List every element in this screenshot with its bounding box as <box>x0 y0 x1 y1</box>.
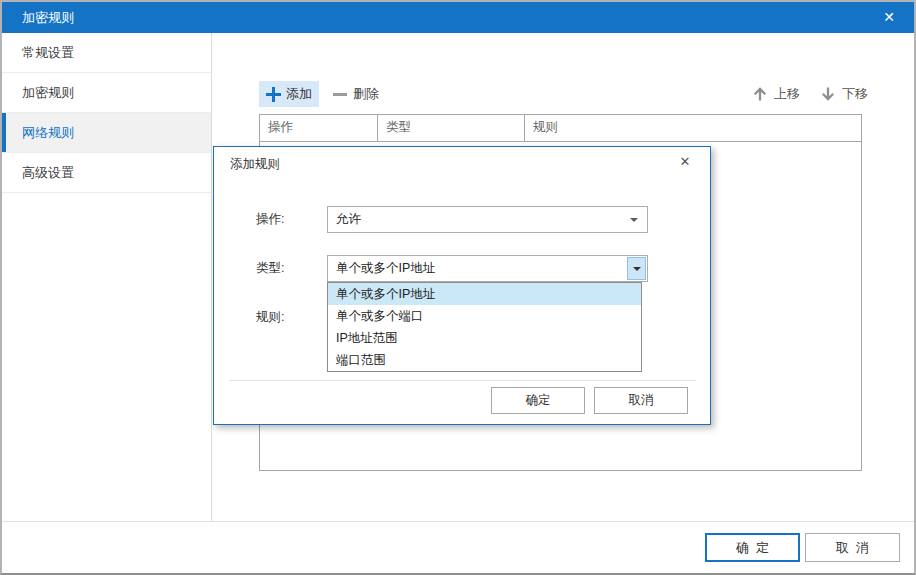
dialog-ok-button[interactable]: 确定 <box>491 387 585 414</box>
move-buttons: 上移 下移 <box>752 81 868 107</box>
dialog-separator <box>229 380 696 381</box>
sidebar-item-general-settings[interactable]: 常规设置 <box>2 33 211 73</box>
column-header-rule: 规则 <box>525 115 861 141</box>
sidebar-item-label: 常规设置 <box>22 45 74 60</box>
rule-label: 规则: <box>256 304 284 331</box>
encryption-rules-window: 加密规则 ✕ 常规设置 加密规则 网络规则 高级设置 添加 删除 <box>0 0 916 575</box>
dropdown-button[interactable] <box>627 257 646 280</box>
operation-select[interactable]: 允许 <box>327 206 648 233</box>
sidebar-item-label: 网络规则 <box>22 125 74 140</box>
table-header-row: 操作 类型 规则 <box>260 115 861 142</box>
dialog-close-icon[interactable]: ✕ <box>672 150 698 174</box>
title-bar: 加密规则 ✕ <box>2 2 914 33</box>
column-header-operation: 操作 <box>260 115 378 141</box>
type-value: 单个或多个IP地址 <box>328 256 647 281</box>
type-dropdown-list: 单个或多个IP地址 单个或多个端口 IP地址范围 端口范围 <box>327 282 642 372</box>
dropdown-option-ports[interactable]: 单个或多个端口 <box>328 305 641 327</box>
ok-button[interactable]: 确定 <box>705 533 800 562</box>
sidebar-item-network-rules[interactable]: 网络规则 <box>2 113 211 153</box>
dropdown-option-port-range[interactable]: 端口范围 <box>328 349 641 371</box>
move-up-button[interactable]: 上移 <box>752 85 800 103</box>
cancel-button[interactable]: 取消 <box>805 533 900 562</box>
add-button-label: 添加 <box>286 85 312 103</box>
sidebar-item-encryption-rules[interactable]: 加密规则 <box>2 73 211 113</box>
operation-label: 操作: <box>256 206 284 233</box>
sidebar: 常规设置 加密规则 网络规则 高级设置 <box>2 33 212 522</box>
move-down-label: 下移 <box>842 85 868 103</box>
type-label: 类型: <box>256 255 284 282</box>
chevron-down-icon <box>630 218 638 222</box>
dialog-title: 添加规则 <box>230 156 280 173</box>
footer-separator <box>2 521 914 522</box>
sidebar-item-label: 加密规则 <box>22 85 74 100</box>
sidebar-item-advanced-settings[interactable]: 高级设置 <box>2 153 211 193</box>
dropdown-option-ip-addresses[interactable]: 单个或多个IP地址 <box>328 283 641 305</box>
delete-button[interactable]: 删除 <box>329 81 383 107</box>
chevron-down-icon <box>633 267 641 271</box>
type-select[interactable]: 单个或多个IP地址 <box>327 255 648 282</box>
move-up-label: 上移 <box>774 85 800 103</box>
sidebar-item-label: 高级设置 <box>22 165 74 180</box>
arrow-down-icon <box>820 86 836 102</box>
plus-icon <box>266 87 281 102</box>
window-title: 加密规则 <box>22 2 74 33</box>
minus-icon <box>333 93 347 96</box>
arrow-up-icon <box>752 86 768 102</box>
add-button[interactable]: 添加 <box>259 81 319 107</box>
selection-bar <box>2 113 6 152</box>
column-header-type: 类型 <box>378 115 525 141</box>
delete-button-label: 删除 <box>353 85 379 103</box>
dialog-cancel-button[interactable]: 取消 <box>594 387 688 414</box>
window-close-icon[interactable]: ✕ <box>872 2 906 33</box>
operation-value: 允许 <box>328 207 647 232</box>
dropdown-option-ip-range[interactable]: IP地址范围 <box>328 327 641 349</box>
add-rule-dialog: 添加规则 ✕ 操作: 允许 类型: 单个或多个IP地址 规则: 单个或多个IP地… <box>213 146 711 425</box>
move-down-button[interactable]: 下移 <box>820 85 868 103</box>
